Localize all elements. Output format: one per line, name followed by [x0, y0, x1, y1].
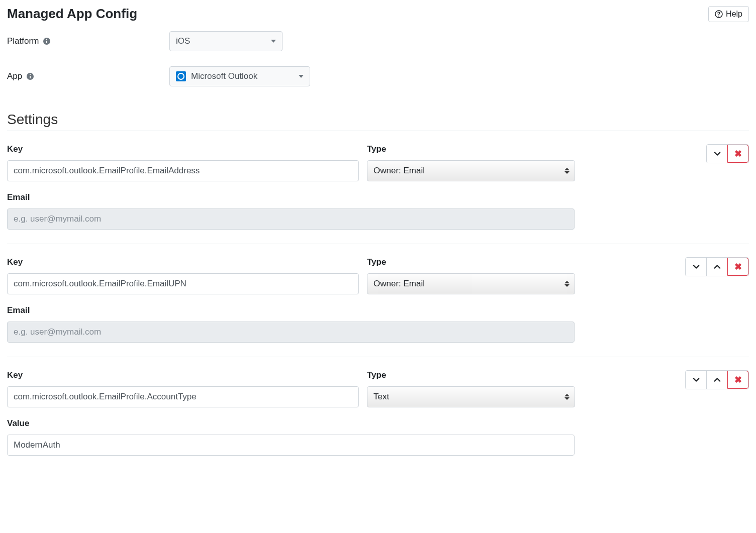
close-icon: ✖ [734, 374, 742, 385]
platform-select[interactable]: iOS [169, 31, 282, 51]
delete-button[interactable]: ✖ [727, 371, 748, 389]
close-icon: ✖ [734, 148, 742, 159]
move-up-button[interactable] [707, 371, 728, 389]
type-value: Owner: Email [373, 279, 425, 289]
chevron-up-icon [714, 263, 721, 270]
close-icon: ✖ [734, 261, 742, 272]
svg-point-7 [30, 74, 31, 75]
move-up-button[interactable] [707, 258, 728, 276]
type-select[interactable]: Owner: Email [367, 160, 575, 181]
email-input[interactable] [7, 322, 575, 343]
setting-row: Key Type Owner: Email ✖ [7, 244, 749, 357]
key-input[interactable] [7, 160, 359, 181]
type-value: Owner: Email [373, 166, 425, 176]
chevron-down-icon [693, 376, 700, 383]
settings-heading: Settings [7, 112, 749, 131]
setting-row: Key Type Text ✖ Value [7, 357, 749, 470]
info-icon [43, 37, 51, 45]
key-input[interactable] [7, 273, 359, 294]
key-label: Key [7, 257, 359, 267]
chevron-down-icon [693, 263, 700, 270]
move-down-button[interactable] [686, 258, 707, 276]
outlook-icon [176, 71, 186, 81]
page-title: Managed App Config [7, 6, 137, 22]
key-label: Key [7, 144, 359, 154]
info-icon [26, 72, 34, 80]
type-value: Text [373, 392, 389, 402]
chevron-down-icon [714, 150, 721, 157]
help-button[interactable]: Help [708, 6, 749, 22]
row-actions: ✖ [706, 144, 749, 163]
select-arrows-icon [564, 281, 570, 287]
chevron-up-icon [714, 376, 721, 383]
platform-value: iOS [176, 36, 190, 46]
type-label: Type [367, 144, 575, 154]
setting-row: Key Type Owner: Email ✖ Email [7, 131, 749, 244]
platform-label: Platform [7, 36, 39, 46]
key-input[interactable] [7, 386, 359, 407]
delete-button[interactable]: ✖ [727, 258, 748, 276]
email-input[interactable] [7, 208, 575, 230]
type-label: Type [367, 370, 575, 380]
type-select[interactable]: Text [367, 386, 575, 407]
move-down-button[interactable] [707, 145, 728, 163]
value-label: Value [7, 418, 575, 429]
svg-rect-3 [46, 41, 47, 43]
svg-point-1 [718, 16, 719, 17]
move-down-button[interactable] [686, 371, 707, 389]
row-actions: ✖ [685, 370, 749, 389]
app-value: Microsoft Outlook [191, 71, 257, 81]
app-label: App [7, 71, 22, 81]
help-label: Help [726, 10, 742, 19]
value-input[interactable] [7, 435, 575, 456]
row-actions: ✖ [685, 257, 749, 276]
type-select[interactable]: Owner: Email [367, 273, 575, 294]
delete-button[interactable]: ✖ [727, 145, 748, 163]
help-icon [715, 10, 723, 18]
chevron-down-icon [299, 75, 304, 78]
svg-rect-6 [30, 76, 31, 78]
email-label: Email [7, 305, 575, 315]
svg-point-4 [46, 39, 47, 40]
select-arrows-icon [564, 394, 570, 400]
app-select[interactable]: Microsoft Outlook [169, 66, 310, 86]
key-label: Key [7, 370, 359, 380]
select-arrows-icon [564, 168, 570, 174]
email-label: Email [7, 192, 575, 202]
chevron-down-icon [271, 40, 276, 43]
type-label: Type [367, 257, 575, 267]
